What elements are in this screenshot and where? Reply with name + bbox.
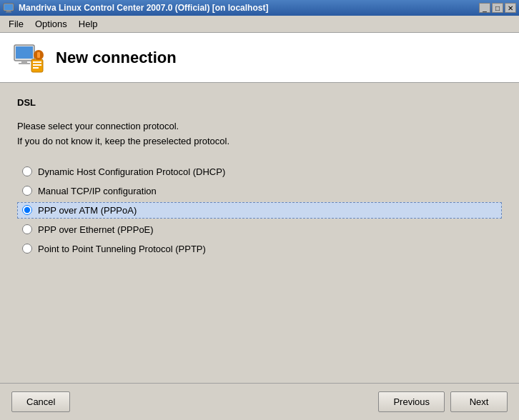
description-line1: Please select your connection protocol.	[17, 119, 502, 134]
menu-options[interactable]: Options	[29, 17, 73, 31]
section-title: DSL	[17, 97, 502, 108]
radio-pppoa[interactable]	[22, 205, 32, 215]
radio-pptp[interactable]	[22, 244, 32, 254]
maximize-button[interactable]: □	[492, 3, 503, 13]
minimize-button[interactable]: _	[479, 3, 490, 13]
titlebar-title: Mandriva Linux Control Center 2007.0 (Of…	[19, 3, 268, 13]
radio-item-pppoe[interactable]: PPP over Ethernet (PPPoE)	[17, 221, 502, 238]
svg-rect-10	[33, 64, 41, 66]
description-line2: If you do not know it, keep the preselec…	[17, 134, 502, 149]
new-connection-icon	[11, 41, 46, 75]
radio-pppoe[interactable]	[22, 224, 32, 234]
previous-button[interactable]: Previous	[378, 391, 445, 412]
next-button[interactable]: Next	[450, 391, 508, 412]
footer-right: Previous Next	[378, 391, 508, 412]
svg-rect-9	[33, 61, 41, 63]
svg-rect-11	[33, 67, 39, 69]
radio-label-manual: Manual TCP/IP configuration	[38, 186, 157, 196]
svg-rect-2	[6, 11, 11, 12]
radio-item-pptp[interactable]: Point to Point Tunneling Protocol (PPTP)	[17, 241, 502, 257]
titlebar-left: Mandriva Linux Control Center 2007.0 (Of…	[3, 2, 268, 14]
svg-rect-6	[21, 61, 27, 63]
radio-label-pppoe: PPP over Ethernet (PPPoE)	[38, 224, 154, 235]
radio-manual[interactable]	[22, 186, 32, 196]
page-header: New connection	[0, 33, 519, 83]
svg-rect-7	[19, 63, 30, 64]
window-body: New connection DSL Please select your co…	[0, 33, 519, 420]
description: Please select your connection protocol. …	[17, 119, 502, 149]
cancel-button[interactable]: Cancel	[11, 391, 70, 412]
app-icon	[3, 2, 14, 14]
radio-item-manual[interactable]: Manual TCP/IP configuration	[17, 183, 502, 199]
radio-dhcp[interactable]	[22, 166, 32, 176]
svg-rect-1	[4, 4, 13, 10]
titlebar-buttons: _ □ ✕	[479, 3, 516, 13]
menubar: File Options Help	[0, 16, 519, 33]
radio-label-pptp: Point to Point Tunneling Protocol (PPTP)	[38, 244, 206, 254]
footer: Cancel Previous Next	[0, 383, 519, 420]
radio-item-pppoa[interactable]: PPP over ATM (PPPoA)	[17, 202, 502, 219]
radio-item-dhcp[interactable]: Dynamic Host Configuration Protocol (DHC…	[17, 164, 502, 180]
svg-rect-3	[6, 12, 11, 13]
radio-label-pppoa: PPP over ATM (PPPoA)	[38, 205, 137, 216]
radio-label-dhcp: Dynamic Host Configuration Protocol (DHC…	[38, 166, 225, 177]
svg-rect-13	[37, 52, 40, 58]
content-area: DSL Please select your connection protoc…	[0, 83, 519, 383]
menu-file[interactable]: File	[3, 17, 29, 31]
close-button[interactable]: ✕	[505, 3, 516, 13]
protocol-list: Dynamic Host Configuration Protocol (DHC…	[17, 164, 502, 257]
menu-help[interactable]: Help	[73, 17, 104, 31]
titlebar: Mandriva Linux Control Center 2007.0 (Of…	[0, 0, 519, 16]
svg-rect-5	[16, 46, 33, 59]
page-title: New connection	[56, 49, 177, 67]
